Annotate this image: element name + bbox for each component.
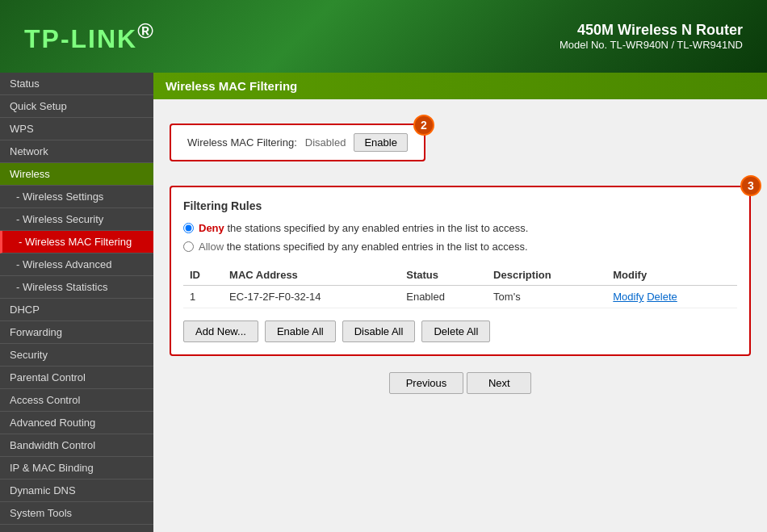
filter-status-label: Wireless MAC Filtering: bbox=[187, 136, 297, 149]
sidebar-item-quick-setup[interactable]: Quick Setup bbox=[0, 95, 153, 118]
filtering-rules-title: Filtering Rules bbox=[183, 199, 737, 212]
model-number: Model No. TL-WR940N / TL-WR941ND bbox=[560, 39, 743, 51]
content-area: Wireless MAC Filtering Wireless MAC Filt… bbox=[153, 73, 767, 532]
filtering-rules-box: Filtering Rules Deny the stations specif… bbox=[170, 186, 751, 356]
sidebar-item-status[interactable]: Status bbox=[0, 73, 153, 95]
sidebar-item-wireless-settings[interactable]: - Wireless Settings bbox=[0, 186, 153, 208]
annotation-badge-2: 2 bbox=[413, 115, 434, 136]
enable-all-button[interactable]: Enable All bbox=[265, 320, 336, 342]
sidebar-item-ip-mac-binding[interactable]: IP & MAC Binding bbox=[0, 457, 153, 480]
mac-table-section: ID MAC Address Status Description Modify… bbox=[183, 265, 737, 308]
next-button[interactable]: Next bbox=[467, 372, 531, 394]
sidebar-item-wireless-mac-filtering[interactable]: - Wireless MAC Filtering bbox=[0, 231, 153, 253]
previous-button[interactable]: Previous bbox=[389, 372, 464, 394]
sidebar-item-access-control[interactable]: Access Control bbox=[0, 389, 153, 412]
logo-text: TP-LINK bbox=[24, 24, 137, 53]
sidebar-item-wireless[interactable]: Wireless bbox=[0, 163, 153, 186]
annotation-badge-3: 3 bbox=[740, 175, 761, 196]
cell-status: Enabled bbox=[400, 286, 487, 308]
cell-id: 1 bbox=[183, 286, 223, 308]
nav-buttons: Previous Next bbox=[170, 372, 751, 394]
sidebar-item-wireless-security[interactable]: - Wireless Security bbox=[0, 208, 153, 231]
sidebar-item-dynamic-dns[interactable]: Dynamic DNS bbox=[0, 480, 153, 502]
add-new-button[interactable]: Add New... bbox=[183, 320, 258, 342]
sidebar-item-security[interactable]: Security bbox=[0, 344, 153, 367]
col-mac: MAC Address bbox=[223, 265, 400, 286]
deny-radio[interactable] bbox=[183, 223, 194, 233]
model-title: 450M Wireless N Router bbox=[560, 22, 743, 39]
filter-status-container: Wireless MAC Filtering: Disabled Enable … bbox=[170, 124, 751, 174]
main-layout: Status Quick Setup WPS Network Wireless … bbox=[0, 73, 767, 532]
model-info: 450M Wireless N Router Model No. TL-WR94… bbox=[560, 22, 743, 51]
content-inner: Wireless MAC Filtering: Disabled Enable … bbox=[153, 111, 767, 406]
deny-rule-text: Deny the stations specified by any enabl… bbox=[199, 222, 528, 234]
sidebar-item-network[interactable]: Network bbox=[0, 140, 153, 163]
filter-status-row: Wireless MAC Filtering: Disabled Enable … bbox=[170, 124, 425, 161]
logo-reg: ® bbox=[137, 19, 155, 43]
allow-rule-row: Allow the stations specified by any enab… bbox=[183, 241, 737, 253]
deny-rule-row: Deny the stations specified by any enabl… bbox=[183, 222, 737, 234]
enable-button[interactable]: Enable bbox=[354, 133, 407, 152]
sidebar-item-wps[interactable]: WPS bbox=[0, 118, 153, 140]
delete-link[interactable]: Delete bbox=[647, 291, 677, 303]
cell-modify-delete: Modify Delete bbox=[606, 286, 737, 308]
cell-description: Tom's bbox=[487, 286, 606, 308]
modify-link[interactable]: Modify bbox=[613, 291, 643, 303]
col-id: ID bbox=[183, 265, 223, 286]
sidebar-item-logout[interactable]: Logout bbox=[0, 525, 153, 532]
disable-all-button[interactable]: Disable All bbox=[342, 320, 416, 342]
sidebar-item-wireless-statistics[interactable]: - Wireless Statistics bbox=[0, 276, 153, 299]
sidebar-item-parental-control[interactable]: Parental Control bbox=[0, 367, 153, 389]
sidebar-item-forwarding[interactable]: Forwarding bbox=[0, 321, 153, 344]
table-row: 1 EC-17-2F-F0-32-14 Enabled Tom's Modify… bbox=[183, 286, 737, 308]
sidebar-item-dhcp[interactable]: DHCP bbox=[0, 299, 153, 321]
delete-all-button[interactable]: Delete All bbox=[421, 320, 490, 342]
col-status: Status bbox=[400, 265, 487, 286]
sidebar-item-bandwidth-control[interactable]: Bandwidth Control bbox=[0, 434, 153, 457]
sidebar: Status Quick Setup WPS Network Wireless … bbox=[0, 73, 153, 532]
logo: TP-LINK® bbox=[24, 19, 155, 54]
mac-table: ID MAC Address Status Description Modify… bbox=[183, 265, 737, 308]
allow-rule-text: Allow the stations specified by any enab… bbox=[199, 241, 528, 253]
sidebar-item-system-tools[interactable]: System Tools bbox=[0, 502, 153, 525]
action-buttons: Add New... Enable All Disable All Delete… bbox=[183, 320, 737, 342]
filter-status-value: Disabled bbox=[305, 136, 346, 149]
col-description: Description bbox=[487, 265, 606, 286]
sidebar-item-wireless-advanced[interactable]: - Wireless Advanced bbox=[0, 253, 153, 276]
cell-mac: EC-17-2F-F0-32-14 bbox=[223, 286, 400, 308]
page-title: Wireless MAC Filtering bbox=[153, 73, 767, 99]
col-modify: Modify bbox=[606, 265, 737, 286]
sidebar-mac-filtering-wrapper: 1 - Wireless MAC Filtering bbox=[0, 231, 153, 253]
sidebar-item-advanced-routing[interactable]: Advanced Routing bbox=[0, 412, 153, 434]
filtering-rules-wrapper: Filtering Rules Deny the stations specif… bbox=[170, 186, 751, 356]
allow-radio[interactable] bbox=[183, 241, 194, 252]
header: TP-LINK® 450M Wireless N Router Model No… bbox=[0, 0, 767, 73]
